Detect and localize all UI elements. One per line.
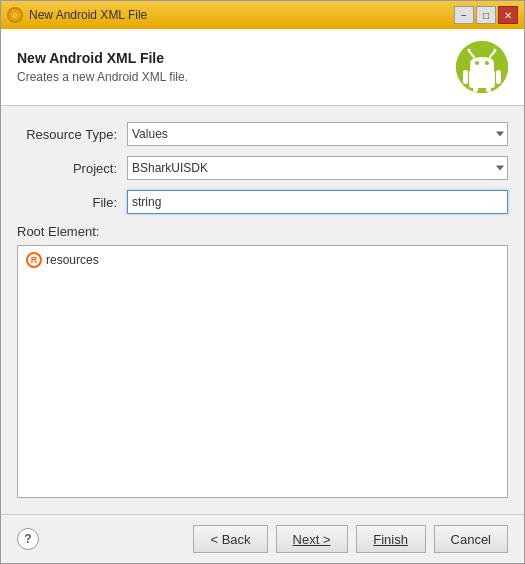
window-title: New Android XML File [29,8,147,22]
resource-type-select-wrapper: Values Layout Menu Drawable Anim Color S… [127,122,508,146]
resource-type-select[interactable]: Values Layout Menu Drawable Anim Color S… [127,122,508,146]
main-window: ○ New Android XML File − □ ✕ New Android… [0,0,525,564]
svg-rect-8 [463,70,468,84]
header-section: New Android XML File Creates a new Andro… [1,29,524,106]
project-select[interactable]: BSharkUISDK [127,156,508,180]
cancel-button[interactable]: Cancel [434,525,508,553]
title-bar-controls: − □ ✕ [454,6,518,24]
root-element-label: Root Element: [17,224,508,239]
help-button[interactable]: ? [17,528,39,550]
title-bar: ○ New Android XML File − □ ✕ [1,1,524,29]
next-button[interactable]: Next > [276,525,348,553]
title-bar-left: ○ New Android XML File [7,7,147,23]
resource-type-label: Resource Type: [17,127,117,142]
footer-left: ? [17,528,39,550]
dialog-title: New Android XML File [17,50,188,66]
footer-section: ? < Back Next > Finish Cancel [1,514,524,563]
resources-icon: R [26,252,42,268]
footer-buttons: < Back Next > Finish Cancel [193,525,508,553]
project-select-wrapper: BSharkUISDK [127,156,508,180]
header-text: New Android XML File Creates a new Andro… [17,50,188,84]
close-button[interactable]: ✕ [498,6,518,24]
dialog-subtitle: Creates a new Android XML file. [17,70,188,84]
project-label: Project: [17,161,117,176]
svg-rect-9 [496,70,501,84]
maximize-button[interactable]: □ [476,6,496,24]
list-item[interactable]: R resources [22,250,503,270]
file-row: File: [17,190,508,214]
android-logo [456,41,508,93]
svg-rect-7 [469,70,495,88]
svg-point-6 [485,61,489,65]
svg-point-2 [468,49,471,52]
project-row: Project: BSharkUISDK [17,156,508,180]
svg-rect-10 [473,86,478,92]
minimize-button[interactable]: − [454,6,474,24]
svg-point-5 [475,61,479,65]
root-element-list[interactable]: R resources [17,245,508,498]
svg-point-4 [494,49,497,52]
android-icon [456,41,508,93]
window-icon: ○ [7,7,23,23]
file-input[interactable] [127,190,508,214]
finish-button[interactable]: Finish [356,525,426,553]
svg-rect-11 [486,86,491,92]
resource-type-row: Resource Type: Values Layout Menu Drawab… [17,122,508,146]
content-area: Resource Type: Values Layout Menu Drawab… [1,106,524,514]
back-button[interactable]: < Back [193,525,267,553]
resources-item-label: resources [46,253,99,267]
file-label: File: [17,195,117,210]
root-element-section: Root Element: R resources [17,224,508,498]
